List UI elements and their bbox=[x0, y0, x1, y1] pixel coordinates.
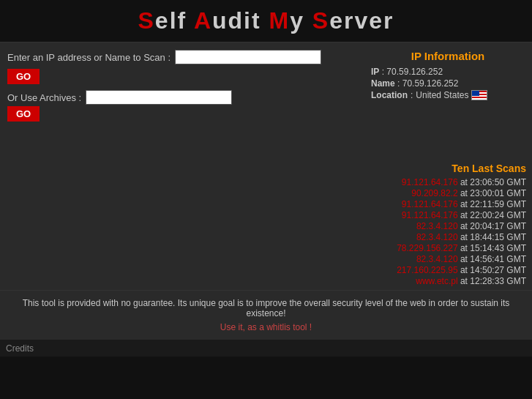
scan-entry: 217.160.225.95 at 14:50:27 GMT bbox=[6, 265, 526, 275]
scan-entry-timestamp: at 14:50:27 GMT bbox=[458, 265, 526, 275]
scan-label: Enter an IP address or Name to Scan : bbox=[7, 52, 171, 63]
archives-row: Or Use Archives : bbox=[7, 90, 364, 105]
archives-input[interactable] bbox=[86, 90, 232, 105]
ip-info-name: Name : 70.59.126.252 bbox=[371, 78, 525, 89]
scan-entry-timestamp: at 18:44:15 GMT bbox=[458, 232, 526, 242]
scan-entry-timestamp: at 12:28:33 GMT bbox=[458, 276, 526, 286]
name-value: 70.59.126.252 bbox=[402, 78, 459, 89]
name-colon: : bbox=[397, 78, 402, 89]
scan-entry: 82.3.4.120 at 20:04:17 GMT bbox=[6, 221, 526, 231]
ten-last-scans: Ten Last Scans 91.121.64.176 at 23:06:50… bbox=[0, 160, 532, 290]
scan-entry: 82.3.4.120 at 14:56:41 GMT bbox=[6, 254, 526, 264]
scan-entry-ip[interactable]: 82.3.4.120 bbox=[416, 221, 458, 231]
scan-entry-ip[interactable]: 91.121.64.176 bbox=[402, 177, 458, 187]
archives-go-button-row: GO bbox=[7, 106, 364, 122]
scan-entry-timestamp: at 23:00:01 GMT bbox=[458, 188, 526, 198]
scan-entries-container: 91.121.64.176 at 23:06:50 GMT90.209.82.2… bbox=[6, 177, 526, 286]
title-text-udit: udit bbox=[212, 7, 269, 34]
go-button[interactable]: GO bbox=[7, 69, 40, 84]
scan-entry-ip[interactable]: www.etc.pl bbox=[416, 276, 457, 286]
title-text-y: y bbox=[290, 7, 312, 34]
footer-text: This tool is provided with no guarantee.… bbox=[7, 298, 525, 318]
scan-entry: 91.121.64.176 at 22:11:59 GMT bbox=[6, 199, 526, 209]
scan-entry-timestamp: at 23:06:50 GMT bbox=[458, 177, 526, 187]
footer: This tool is provided with no guarantee.… bbox=[0, 290, 532, 340]
ip-info-location: Location : United States bbox=[371, 90, 525, 100]
location-colon: : bbox=[411, 90, 413, 100]
scan-entry: 82.3.4.120 at 18:44:15 GMT bbox=[6, 232, 526, 242]
ip-info-ip: IP : 70.59.126.252 bbox=[371, 67, 525, 77]
bottom-dark bbox=[0, 357, 532, 399]
ten-last-title: Ten Last Scans bbox=[6, 163, 526, 174]
scan-entry-ip[interactable]: 82.3.4.120 bbox=[416, 232, 458, 242]
credits-link[interactable]: Credits bbox=[6, 343, 34, 354]
title-char-m: M bbox=[269, 7, 291, 34]
left-section: Enter an IP address or Name to Scan : GO… bbox=[7, 50, 364, 152]
scan-entry: 91.121.64.176 at 22:00:24 GMT bbox=[6, 210, 526, 220]
scan-entry: 78.229.156.227 at 15:14:43 GMT bbox=[6, 243, 526, 253]
title-text-erver: erver bbox=[329, 7, 394, 34]
archives-label: Or Use Archives : bbox=[7, 92, 81, 103]
location-value: United States bbox=[416, 90, 468, 100]
scan-entry-ip[interactable]: 82.3.4.120 bbox=[416, 254, 458, 264]
scan-entry-timestamp: at 22:11:59 GMT bbox=[458, 199, 526, 209]
location-label: Location bbox=[371, 90, 408, 100]
name-label: Name bbox=[371, 78, 395, 89]
ip-value: 70.59.126.252 bbox=[386, 67, 443, 77]
ip-input[interactable] bbox=[175, 50, 321, 64]
header: Self Audit My Server bbox=[0, 0, 532, 42]
scan-entry: 90.209.82.2 at 23:00:01 GMT bbox=[6, 188, 526, 198]
title-text-elf: elf bbox=[155, 7, 194, 34]
page-title: Self Audit My Server bbox=[0, 7, 532, 34]
scan-entry-ip[interactable]: 217.160.225.95 bbox=[397, 265, 457, 275]
scan-entry-ip[interactable]: 91.121.64.176 bbox=[402, 210, 458, 220]
scan-entry-ip[interactable]: 90.209.82.2 bbox=[411, 188, 457, 198]
scan-entry-timestamp: at 14:56:41 GMT bbox=[458, 254, 526, 264]
us-flag-icon bbox=[471, 90, 487, 100]
scan-entry: 91.121.64.176 at 23:06:50 GMT bbox=[6, 177, 526, 187]
title-char-s2: S bbox=[312, 7, 329, 34]
go-button-row: GO bbox=[7, 69, 364, 84]
scan-entry-ip[interactable]: 78.229.156.227 bbox=[397, 243, 457, 253]
scan-entry-timestamp: at 22:00:24 GMT bbox=[458, 210, 526, 220]
archives-go-button[interactable]: GO bbox=[7, 106, 40, 122]
scan-entry-ip[interactable]: 91.121.64.176 bbox=[402, 199, 458, 209]
title-char-s1: S bbox=[138, 7, 154, 34]
main-content: Enter an IP address or Name to Scan : GO… bbox=[0, 42, 532, 160]
ip-info-title: IP Information bbox=[371, 50, 525, 62]
scan-entry-timestamp: at 15:14:43 GMT bbox=[458, 243, 526, 253]
credits-bar: Credits bbox=[0, 340, 532, 357]
scan-entry: www.etc.pl at 12:28:33 GMT bbox=[6, 276, 526, 286]
ip-label: IP bbox=[371, 67, 379, 77]
footer-link[interactable]: Use it, as a whitlis tool ! bbox=[220, 322, 312, 332]
ip-info-section: IP Information IP : 70.59.126.252 Name :… bbox=[364, 50, 525, 152]
scan-entry-timestamp: at 20:04:17 GMT bbox=[458, 221, 526, 231]
title-char-a: A bbox=[194, 7, 212, 34]
scan-row: Enter an IP address or Name to Scan : bbox=[7, 50, 364, 64]
